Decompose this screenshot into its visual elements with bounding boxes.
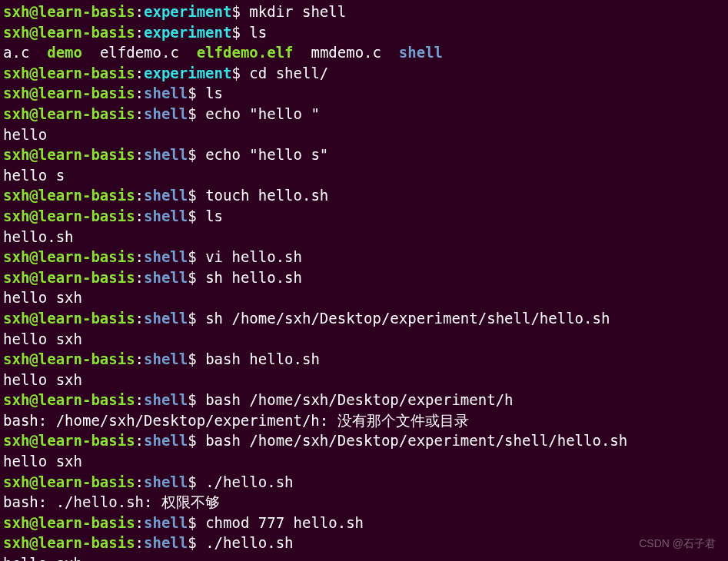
output-text: hello sxh: [3, 329, 82, 350]
prompt-dollar: $: [188, 185, 205, 206]
terminal-line: sxh@learn-basis:experiment$ ls: [3, 22, 725, 43]
ls-separator: [294, 42, 311, 63]
prompt-colon: :: [135, 533, 144, 553]
command-text: chmod 777 hello.sh: [205, 513, 364, 533]
command-text: echo "hello s": [205, 144, 328, 165]
prompt-colon: :: [135, 63, 144, 84]
prompt-dollar: $: [188, 247, 205, 267]
prompt-path: experiment: [144, 22, 231, 43]
command-text: sh /home/sxh/Desktop/experiment/shell/he…: [205, 308, 610, 329]
prompt-user-host: sxh@learn-basis: [3, 308, 135, 329]
prompt-path: shell: [144, 513, 188, 533]
prompt-colon: :: [135, 349, 144, 370]
prompt-user-host: sxh@learn-basis: [3, 83, 135, 104]
prompt-dollar: $: [188, 349, 205, 370]
command-text: ls: [249, 22, 267, 43]
prompt-user-host: sxh@learn-basis: [3, 390, 135, 410]
terminal-output-line: bash: /home/sxh/Desktop/experiment/h: 没有…: [3, 410, 725, 431]
prompt-path: shell: [144, 144, 188, 165]
ls-item: shell: [399, 42, 443, 63]
prompt-user-host: sxh@learn-basis: [3, 206, 135, 227]
output-text: hello sxh: [3, 451, 82, 472]
prompt-dollar: $: [188, 83, 205, 104]
prompt-dollar: $: [188, 267, 205, 288]
ls-item: elfdemo.c: [100, 42, 179, 63]
terminal-line: sxh@learn-basis:shell$ vi hello.sh: [3, 247, 725, 267]
terminal-line: sxh@learn-basis:shell$ bash /home/sxh/De…: [3, 390, 725, 410]
output-text: hello sxh: [3, 370, 82, 390]
ls-output-line: a.c demo elfdemo.c elfdemo.elf mmdemo.c …: [3, 42, 725, 63]
terminal-output-line: hello sxh: [3, 329, 725, 350]
terminal-output-line: hello: [3, 124, 725, 145]
prompt-user-host: sxh@learn-basis: [3, 104, 135, 124]
prompt-path: shell: [144, 533, 188, 553]
prompt-path: shell: [144, 267, 188, 288]
prompt-colon: :: [135, 206, 144, 227]
terminal-line: sxh@learn-basis:shell$ ./hello.sh: [3, 472, 725, 493]
ls-separator: [381, 42, 399, 63]
prompt-colon: :: [135, 430, 144, 451]
terminal-line: sxh@learn-basis:shell$ echo "hello s": [3, 144, 725, 165]
watermark: CSDN @石子君: [639, 536, 716, 552]
terminal-line: sxh@learn-basis:shell$ sh /home/sxh/Desk…: [3, 308, 725, 329]
prompt-path: experiment: [144, 2, 231, 22]
output-text: hello sxh: [3, 553, 82, 561]
ls-item: demo: [47, 42, 82, 63]
terminal-output-line: hello s: [3, 165, 725, 186]
prompt-colon: :: [135, 22, 144, 43]
prompt-user-host: sxh@learn-basis: [3, 267, 135, 288]
ls-separator: [82, 42, 100, 63]
terminal-output[interactable]: sxh@learn-basis:experiment$ mkdir shells…: [3, 2, 725, 561]
command-text: ls: [205, 83, 223, 104]
prompt-dollar: $: [188, 144, 205, 165]
prompt-colon: :: [135, 472, 144, 493]
terminal-output-line: hello.sh: [3, 227, 725, 247]
prompt-user-host: sxh@learn-basis: [3, 247, 135, 267]
prompt-dollar: $: [231, 63, 249, 84]
output-text: bash: /home/sxh/Desktop/experiment/h: 没有…: [3, 410, 469, 431]
terminal-output-line: hello sxh: [3, 451, 725, 472]
terminal-line: sxh@learn-basis:experiment$ cd shell/: [3, 63, 725, 84]
command-text: mkdir shell: [249, 2, 346, 22]
prompt-user-host: sxh@learn-basis: [3, 533, 135, 553]
prompt-colon: :: [135, 247, 144, 267]
prompt-colon: :: [135, 2, 144, 22]
command-text: vi hello.sh: [205, 247, 302, 267]
prompt-colon: :: [135, 513, 144, 533]
terminal-line: sxh@learn-basis:shell$ bash /home/sxh/De…: [3, 430, 725, 451]
output-text: bash: ./hello.sh: 权限不够: [3, 492, 220, 513]
terminal-line: sxh@learn-basis:shell$ ls: [3, 206, 725, 227]
prompt-user-host: sxh@learn-basis: [3, 22, 135, 43]
terminal-line: sxh@learn-basis:shell$ bash hello.sh: [3, 349, 725, 370]
ls-item: elfdemo.elf: [197, 42, 294, 63]
command-text: ./hello.sh: [205, 533, 293, 553]
prompt-dollar: $: [188, 308, 205, 329]
terminal-line: sxh@learn-basis:shell$ sh hello.sh: [3, 267, 725, 288]
command-text: echo "hello ": [205, 104, 320, 124]
prompt-user-host: sxh@learn-basis: [3, 63, 135, 84]
command-text: bash hello.sh: [205, 349, 320, 370]
prompt-dollar: $: [188, 390, 205, 410]
terminal-line: sxh@learn-basis:shell$ chmod 777 hello.s…: [3, 513, 725, 533]
ls-separator: [29, 42, 47, 63]
prompt-path: shell: [144, 472, 188, 493]
terminal-line: sxh@learn-basis:experiment$ mkdir shell: [3, 2, 725, 22]
prompt-dollar: $: [188, 513, 205, 533]
prompt-path: shell: [144, 349, 188, 370]
prompt-dollar: $: [231, 2, 249, 22]
ls-item: a.c: [3, 42, 29, 63]
prompt-user-host: sxh@learn-basis: [3, 349, 135, 370]
prompt-dollar: $: [188, 206, 205, 227]
command-text: sh hello.sh: [205, 267, 302, 288]
prompt-colon: :: [135, 83, 144, 104]
command-text: bash /home/sxh/Desktop/experiment/h: [205, 390, 513, 410]
command-text: ls: [205, 206, 223, 227]
prompt-path: shell: [144, 390, 188, 410]
ls-separator: [179, 42, 197, 63]
output-text: hello: [3, 124, 47, 145]
command-text: bash /home/sxh/Desktop/experiment/shell/…: [205, 430, 627, 451]
prompt-colon: :: [135, 185, 144, 206]
prompt-dollar: $: [231, 22, 249, 43]
output-text: hello s: [3, 165, 65, 186]
prompt-path: shell: [144, 308, 188, 329]
